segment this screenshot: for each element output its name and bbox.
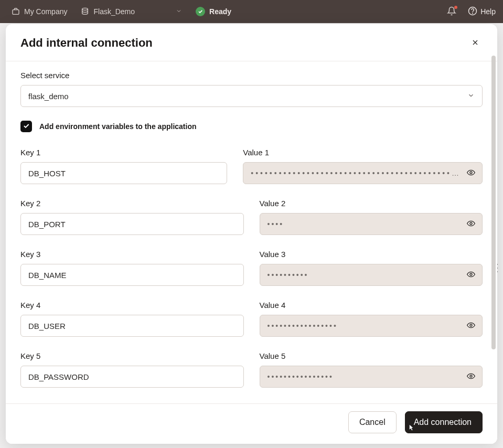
help-label: Help (480, 7, 496, 16)
value-masked-wrap: ••••••••••••••••••••••••••••••••••••••••… (243, 162, 483, 184)
service-select[interactable]: flask_demo (20, 85, 483, 107)
status-ready-icon (196, 7, 205, 16)
key-input[interactable] (20, 264, 244, 286)
svg-point-4 (470, 172, 472, 174)
status-label: Ready (209, 7, 231, 16)
project-item[interactable]: Flask_Demo (77, 5, 186, 18)
value-input[interactable]: •••••••••••••••• (260, 366, 483, 388)
key-input[interactable] (20, 315, 244, 337)
value-label: Value 1 (243, 148, 483, 157)
env-var-row: Key 4 Value 4 ••••••••••••••••• (20, 301, 483, 337)
reveal-value-button[interactable] (465, 319, 477, 332)
topbar-right: Help (447, 6, 496, 17)
svg-point-5 (470, 222, 472, 225)
chevron-down-icon (467, 92, 475, 101)
topbar-left: My Company Flask_Demo Ready (7, 5, 236, 18)
value-masked-wrap: •••••••••• (260, 264, 483, 286)
key-label: Key 4 (20, 301, 244, 310)
company-label: My Company (24, 7, 67, 16)
modal-header: Add internal connection (6, 24, 497, 61)
modal-footer: Cancel Add connection (6, 403, 497, 444)
value-input[interactable]: •••• (260, 213, 483, 235)
value-masked-wrap: •••••••••••••••• (260, 366, 483, 388)
svg-point-3 (473, 13, 473, 13)
value-col: Value 2 •••• (260, 199, 483, 235)
modal-scrollbar[interactable] (491, 56, 496, 349)
service-select-value: flask_demo (28, 92, 69, 101)
key-input[interactable] (20, 162, 227, 184)
reveal-value-button[interactable] (465, 167, 477, 179)
chevron-down-icon (176, 7, 182, 16)
key-col: Key 3 (20, 250, 244, 286)
eye-icon (467, 321, 475, 331)
key-input[interactable] (20, 366, 244, 388)
value-col: Value 3 •••••••••• (260, 250, 483, 286)
value-col: Value 1 ••••••••••••••••••••••••••••••••… (243, 148, 483, 184)
key-label: Key 5 (20, 351, 244, 360)
value-label: Value 5 (260, 351, 483, 360)
reveal-value-button[interactable] (465, 370, 477, 383)
briefcase-icon (12, 7, 20, 16)
project-label: Flask_Demo (93, 7, 135, 16)
add-env-vars-checkbox[interactable] (20, 121, 32, 132)
key-col: Key 4 (20, 301, 244, 337)
value-label: Value 4 (260, 301, 483, 310)
svg-point-7 (470, 324, 472, 326)
key-input[interactable] (20, 213, 244, 235)
value-input[interactable]: ••••••••••••••••••••••••••••••••••••••••… (243, 162, 483, 184)
value-masked-wrap: •••• (260, 213, 483, 235)
key-label: Key 1 (20, 148, 227, 157)
check-icon (23, 122, 30, 131)
topbar: My Company Flask_Demo Ready (0, 0, 503, 23)
key-label: Key 3 (20, 250, 244, 259)
value-col: Value 4 ••••••••••••••••• (260, 301, 483, 337)
value-input[interactable]: •••••••••• (260, 264, 483, 286)
company-item[interactable]: My Company (7, 5, 71, 18)
env-var-row: Key 2 Value 2 •••• (20, 199, 483, 235)
close-button[interactable] (468, 36, 483, 50)
cancel-button[interactable]: Cancel (348, 411, 397, 433)
add-connection-button[interactable]: Add connection (405, 411, 483, 433)
env-var-pairs: Key 1 Value 1 ••••••••••••••••••••••••••… (20, 148, 483, 388)
add-connection-label: Add connection (414, 418, 472, 427)
eye-icon (467, 168, 475, 178)
add-env-vars-label: Add environment variables to the applica… (39, 122, 197, 131)
reveal-value-button[interactable] (465, 269, 477, 281)
eye-icon (467, 219, 475, 229)
status-item: Ready (191, 5, 236, 18)
value-input[interactable]: ••••••••••••••••• (260, 315, 483, 337)
key-col: Key 2 (20, 199, 244, 235)
value-label: Value 3 (260, 250, 483, 259)
svg-point-8 (470, 375, 472, 377)
key-label: Key 2 (20, 199, 244, 208)
modal-body: Select service flask_demo Add environmen… (6, 61, 497, 403)
add-connection-modal: Add internal connection Select service f… (6, 24, 497, 444)
notification-dot-icon (454, 6, 457, 9)
help-button[interactable]: Help (468, 6, 496, 17)
eye-icon (467, 372, 475, 382)
add-env-vars-row: Add environment variables to the applica… (20, 121, 483, 132)
env-var-row: Key 3 Value 3 •••••••••• (20, 250, 483, 286)
key-col: Key 5 (20, 351, 244, 388)
page-area: ⋮ Add internal connection Select service… (0, 23, 503, 448)
notifications-button[interactable] (447, 6, 456, 17)
svg-point-6 (470, 273, 472, 275)
env-var-row: Key 5 Value 5 •••••••••••••••• (20, 351, 483, 388)
modal-title: Add internal connection (20, 36, 153, 50)
value-label: Value 2 (260, 199, 483, 208)
env-var-row: Key 1 Value 1 ••••••••••••••••••••••••••… (20, 148, 483, 184)
reveal-value-button[interactable] (465, 218, 477, 230)
svg-rect-0 (13, 10, 19, 15)
key-col: Key 1 (20, 148, 227, 184)
select-service-label: Select service (20, 71, 483, 80)
close-icon (471, 38, 479, 48)
help-icon (468, 6, 477, 17)
svg-point-1 (82, 8, 88, 10)
bell-icon (447, 9, 456, 17)
value-col: Value 5 •••••••••••••••• (260, 351, 483, 388)
eye-icon (467, 270, 475, 280)
database-icon (81, 7, 89, 16)
value-masked-wrap: ••••••••••••••••• (260, 315, 483, 337)
